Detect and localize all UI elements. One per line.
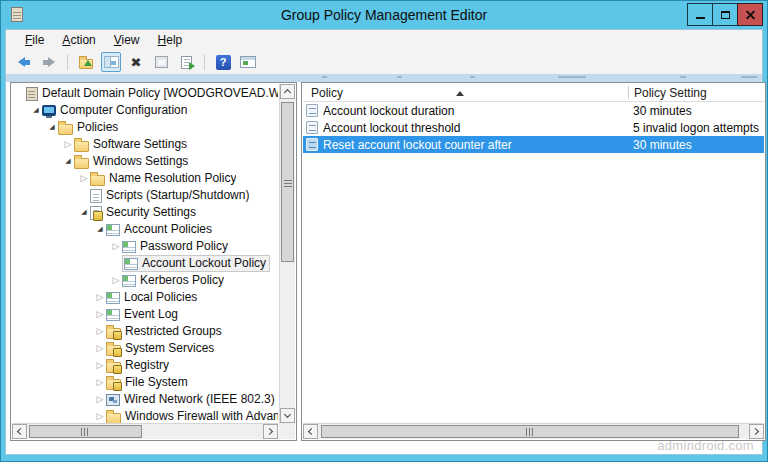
up-one-level-button[interactable] bbox=[76, 52, 96, 72]
scrollbar-thumb[interactable] bbox=[321, 425, 739, 438]
tree-vertical-scrollbar[interactable] bbox=[279, 84, 295, 423]
folder-icon bbox=[58, 124, 73, 135]
chevron-up-icon bbox=[284, 89, 291, 96]
column-header-policy[interactable]: Policy bbox=[311, 84, 343, 102]
tree-item-name-resolution-policy[interactable]: ▷ Name Resolution Policy bbox=[12, 170, 278, 187]
scroll-left-button[interactable] bbox=[303, 424, 318, 439]
back-icon bbox=[18, 57, 30, 67]
tree: Default Domain Policy [WOODGROVEAD.WOODG… bbox=[12, 85, 278, 423]
expand-icon[interactable]: ▷ bbox=[94, 323, 106, 340]
expand-icon[interactable]: ▷ bbox=[94, 374, 106, 391]
expand-icon[interactable]: ▷ bbox=[94, 289, 106, 306]
selected-tree-item: Account Lockout Policy bbox=[122, 255, 270, 272]
tree-item-system-services[interactable]: ▷ System Services bbox=[12, 340, 278, 357]
show-console-tree-button[interactable] bbox=[101, 52, 121, 72]
chevron-left-icon bbox=[17, 428, 24, 435]
tree-item-event-log[interactable]: ▷ Event Log bbox=[12, 306, 278, 323]
expand-icon[interactable]: ▷ bbox=[110, 272, 122, 289]
show-action-pane-button[interactable] bbox=[238, 52, 258, 72]
folder-lock-icon bbox=[106, 328, 121, 339]
tree-horizontal-scrollbar[interactable] bbox=[12, 423, 278, 439]
policy-list: Account lockout duration 30 minutes Acco… bbox=[303, 102, 764, 153]
client-area: File Action View Help ✖ ? bbox=[5, 29, 763, 455]
tree-item-scripts[interactable]: Scripts (Startup/Shutdown) bbox=[12, 187, 278, 204]
toolbar-separator bbox=[67, 54, 68, 70]
tree-item-account-policies[interactable]: ◢ Account Policies bbox=[12, 221, 278, 238]
expand-icon[interactable]: ▷ bbox=[94, 357, 106, 374]
policy-row-reset-account-lockout-counter[interactable]: Reset account lockout counter after 30 m… bbox=[303, 136, 764, 153]
help-button[interactable]: ? bbox=[213, 52, 233, 72]
minimize-button[interactable] bbox=[687, 3, 713, 26]
console-tree-pane: Default Domain Policy [WOODGROVEAD.WOODG… bbox=[10, 82, 297, 441]
tree-item-default-domain-policy[interactable]: Default Domain Policy [WOODGROVEAD.WOODG bbox=[12, 85, 278, 102]
policy-row-account-lockout-threshold[interactable]: Account lockout threshold 5 invalid logo… bbox=[303, 119, 764, 136]
collapse-icon[interactable]: ◢ bbox=[30, 102, 42, 119]
back-button[interactable] bbox=[14, 52, 34, 72]
watermark: admindroid.com bbox=[657, 438, 754, 453]
up-one-level-icon bbox=[79, 59, 93, 69]
computer-icon bbox=[42, 105, 56, 116]
scrollbar-thumb[interactable] bbox=[29, 425, 142, 438]
title-bar[interactable]: Group Policy Management Editor bbox=[1, 1, 767, 29]
expand-icon[interactable]: ▷ bbox=[110, 238, 122, 255]
chevron-left-icon bbox=[308, 428, 315, 435]
properties-button[interactable] bbox=[151, 52, 171, 72]
toolbar-separator bbox=[204, 54, 205, 70]
collapse-icon[interactable]: ◢ bbox=[78, 204, 90, 221]
tree-item-software-settings[interactable]: ▷ Software Settings bbox=[12, 136, 278, 153]
tree-item-computer-configuration[interactable]: ◢ Computer Configuration bbox=[12, 102, 278, 119]
collapse-icon[interactable]: ◢ bbox=[46, 119, 58, 136]
tree-item-windows-firewall[interactable]: ▷ Windows Firewall with Advan bbox=[12, 408, 278, 423]
delete-button[interactable]: ✖ bbox=[126, 52, 146, 72]
tree-item-kerberos-policy[interactable]: ▷ Kerberos Policy bbox=[12, 272, 278, 289]
gpo-scroll-icon bbox=[26, 87, 38, 101]
expand-icon[interactable]: ▷ bbox=[62, 136, 74, 153]
expand-icon[interactable]: ▷ bbox=[94, 306, 106, 323]
scroll-down-button[interactable] bbox=[280, 408, 295, 423]
tree-item-registry[interactable]: ▷ Registry bbox=[12, 357, 278, 374]
expand-icon[interactable]: ▷ bbox=[94, 391, 106, 408]
policy-table-icon bbox=[122, 241, 136, 253]
expand-icon[interactable]: ▷ bbox=[94, 408, 106, 423]
action-pane-icon bbox=[240, 56, 256, 68]
column-divider[interactable] bbox=[628, 86, 629, 99]
tree-item-file-system[interactable]: ▷ File System bbox=[12, 374, 278, 391]
policy-table-icon bbox=[124, 258, 138, 270]
menu-file[interactable]: File bbox=[16, 30, 53, 50]
scrollbar-thumb[interactable] bbox=[281, 102, 294, 262]
policy-doc-icon bbox=[306, 138, 318, 151]
scroll-left-button[interactable] bbox=[12, 424, 27, 439]
tree-item-local-policies[interactable]: ▷ Local Policies bbox=[12, 289, 278, 306]
scroll-right-button[interactable] bbox=[263, 424, 278, 439]
list-header: Policy Policy Setting bbox=[303, 84, 764, 102]
expand-icon[interactable]: ▷ bbox=[94, 340, 106, 357]
close-button[interactable] bbox=[737, 3, 763, 26]
folder-icon bbox=[90, 175, 105, 186]
export-list-button[interactable] bbox=[176, 52, 196, 72]
tree-item-policies[interactable]: ◢ Policies bbox=[12, 119, 278, 136]
tree-item-account-lockout-policy[interactable]: Account Lockout Policy bbox=[12, 255, 278, 272]
policy-row-account-lockout-duration[interactable]: Account lockout duration 30 minutes bbox=[303, 102, 764, 119]
collapse-icon[interactable]: ◢ bbox=[62, 153, 74, 170]
menu-help[interactable]: Help bbox=[149, 30, 192, 50]
menu-action[interactable]: Action bbox=[53, 30, 104, 50]
tree-item-password-policy[interactable]: ▷ Password Policy bbox=[12, 238, 278, 255]
forward-button[interactable] bbox=[39, 52, 59, 72]
menu-view[interactable]: View bbox=[105, 30, 149, 50]
scroll-right-button[interactable] bbox=[749, 424, 764, 439]
column-header-policy-setting[interactable]: Policy Setting bbox=[634, 84, 707, 102]
tree-item-wired-network[interactable]: ▷ Wired Network (IEEE 802.3) Po bbox=[12, 391, 278, 408]
workspace: Default Domain Policy [WOODGROVEAD.WOODG… bbox=[6, 82, 762, 454]
tree-item-windows-settings[interactable]: ◢ Windows Settings bbox=[12, 153, 278, 170]
tree-item-restricted-groups[interactable]: ▷ Restricted Groups bbox=[12, 323, 278, 340]
collapse-icon[interactable]: ◢ bbox=[94, 221, 106, 238]
band-strip bbox=[6, 74, 762, 82]
chevron-right-icon bbox=[266, 428, 273, 435]
chevron-right-icon bbox=[752, 428, 759, 435]
maximize-button[interactable] bbox=[712, 3, 738, 26]
policy-table-icon bbox=[122, 275, 136, 287]
list-horizontal-scrollbar[interactable] bbox=[303, 423, 764, 439]
tree-item-security-settings[interactable]: ◢ Security Settings bbox=[12, 204, 278, 221]
scroll-up-button[interactable] bbox=[280, 84, 295, 99]
expand-icon[interactable]: ▷ bbox=[78, 170, 90, 187]
